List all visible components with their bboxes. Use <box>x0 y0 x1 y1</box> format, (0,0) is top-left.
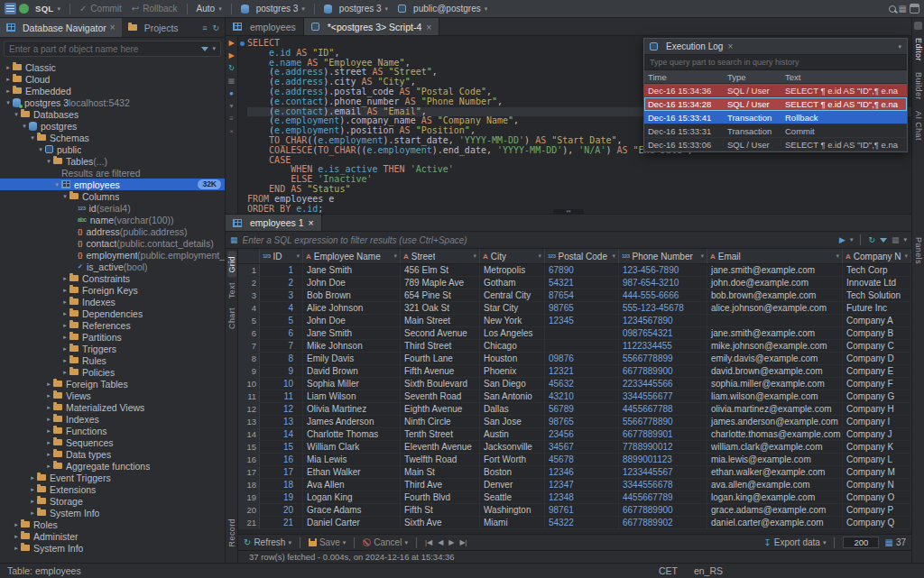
tree-item[interactable]: ▸Aggregate functions <box>0 460 225 472</box>
log-row[interactable]: Dec-16 15:33:31TransactionCommit <box>644 124 907 138</box>
grid-cell[interactable]: Main Street <box>401 315 480 326</box>
grid-cell[interactable]: 5566778899 <box>619 353 707 364</box>
sql-filter-input[interactable] <box>243 235 835 245</box>
tree-item[interactable]: {}contact (public.contact_details) <box>0 237 225 249</box>
grid-cell[interactable]: 2233445566 <box>619 378 707 390</box>
side-tab-builder[interactable]: Builder <box>914 67 923 106</box>
grid-corner[interactable] <box>238 249 260 263</box>
table-row[interactable]: 99David BrownFifth AvenuePhoenix12321667… <box>238 365 911 378</box>
filter-funnel-icon[interactable] <box>201 47 208 51</box>
more-actions-icon[interactable]: ≡ <box>229 115 234 123</box>
table-row[interactable]: 22John Doe789 Maple AveGotham54321987-65… <box>238 277 911 289</box>
tree-expander-icon[interactable]: ▸ <box>60 345 69 353</box>
row-number[interactable]: 16 <box>238 454 260 465</box>
grid-cell[interactable]: San Jose <box>480 416 545 427</box>
collapse-all-icon[interactable]: ≡ <box>202 23 207 32</box>
grid-cell[interactable]: daniel.carter@example.com <box>707 517 843 528</box>
grid-cell[interactable]: 12321 <box>545 365 619 377</box>
connection-selector[interactable]: postgres 3 ▾ <box>237 2 309 16</box>
grid-cell[interactable]: 1122334455 <box>619 340 707 352</box>
grid-cell[interactable]: 0987654321 <box>619 327 707 339</box>
column-header-postal-code[interactable]: 123Postal Code▾ <box>545 249 619 263</box>
timezone-indicator[interactable]: CET <box>659 565 678 576</box>
filter-presets-icon[interactable]: ▦ <box>230 235 238 244</box>
grid-cell[interactable]: Tech Solution <box>843 289 911 301</box>
cancel-button[interactable]: Cancel ▾ <box>363 537 408 547</box>
column-header-city[interactable]: ACity▾ <box>480 249 545 263</box>
tree-item[interactable]: ▸Indexes <box>0 413 225 425</box>
grid-cell[interactable]: 18 <box>260 479 303 491</box>
tree-item[interactable]: ✓is_active (bool) <box>0 261 225 272</box>
grid-cell[interactable]: 7788990012 <box>619 441 707 453</box>
grid-cell[interactable]: Seventh Road <box>401 390 480 402</box>
tree-item[interactable]: abcname (varchar(100)) <box>0 214 225 225</box>
log-column-header[interactable]: Type <box>724 72 781 82</box>
grid-cell[interactable]: 3 <box>260 289 303 301</box>
grid-cell[interactable]: William Clark <box>303 441 401 453</box>
refresh-icon[interactable]: ↻ <box>228 64 235 72</box>
grid-cell[interactable]: 45678 <box>545 454 619 465</box>
grid-cell[interactable]: 3344556678 <box>619 479 707 491</box>
grid-cell[interactable]: 98761 <box>545 504 619 516</box>
tree-item[interactable]: ▸Functions <box>0 425 225 436</box>
grid-cell[interactable]: Sixth Ave <box>401 517 480 528</box>
row-number[interactable]: 17 <box>238 466 260 478</box>
table-row[interactable]: 1212Olivia MartinezEighth AvenueDallas56… <box>238 403 911 416</box>
chevron-down-icon[interactable]: ▾ <box>229 102 233 110</box>
tree-expander-icon[interactable]: ▸ <box>28 498 37 505</box>
tree-expander-icon[interactable]: ▾ <box>60 193 69 200</box>
grid-cell[interactable]: Mike Johnson <box>303 340 401 352</box>
column-header-employee-name[interactable]: AEmployee Name▾ <box>303 249 401 263</box>
grid-cell[interactable]: 98765 <box>545 416 619 427</box>
grid-cell[interactable]: 67890 <box>545 264 619 276</box>
grid-cell[interactable]: Alice Johnson <box>303 302 401 314</box>
grid-cell[interactable]: 4455667788 <box>619 403 707 415</box>
grid-cell[interactable]: Ethan Walker <box>303 466 401 478</box>
tree-expander-icon[interactable]: ▸ <box>12 545 21 552</box>
tree-expander-icon[interactable]: ▾ <box>44 158 53 165</box>
column-menu-caret-icon[interactable]: ▾ <box>700 252 704 260</box>
tree-expander-icon[interactable]: ▾ <box>12 111 21 118</box>
grid-cell[interactable]: Mia Lewis <box>303 454 401 465</box>
column-header-email[interactable]: AEmail▾ <box>707 249 843 263</box>
grid-cell[interactable]: Third Ave <box>401 479 480 491</box>
grid-cell[interactable] <box>545 340 619 352</box>
column-header-id[interactable]: 123ID▾ <box>260 249 303 263</box>
first-row-icon[interactable]: |◀ <box>425 538 432 546</box>
grid-cell[interactable]: San Diego <box>480 378 545 390</box>
grid-cell[interactable]: Company N <box>843 479 911 491</box>
tree-item[interactable]: ▾public <box>0 143 225 155</box>
grid-cell[interactable]: Gotham <box>480 277 545 289</box>
panel-handle-icon[interactable] <box>914 22 922 30</box>
grid-cell[interactable]: Main St <box>401 466 480 478</box>
grid-cell[interactable]: 10 <box>260 378 303 390</box>
grid-cell[interactable]: 14 <box>260 428 303 440</box>
side-tab-panels[interactable]: Panels <box>914 232 923 270</box>
tab-script-4[interactable]: *<postgres 3> Script-4 × <box>304 18 440 35</box>
grid-cell[interactable]: 654 Pine St <box>401 289 480 301</box>
table-row[interactable]: 33Bob Brown654 Pine StCentral City876544… <box>238 289 911 302</box>
grid-cell[interactable]: Company J <box>843 428 911 440</box>
table-row[interactable]: 1111Liam WilsonSeventh RoadSan Antonio43… <box>238 390 911 403</box>
row-number[interactable]: 5 <box>238 315 260 326</box>
row-number[interactable]: 18 <box>238 479 260 491</box>
grid-cell[interactable]: bob.brown@example.com <box>707 289 843 301</box>
grid-cell[interactable]: 555-123-45678 <box>619 302 707 314</box>
tree-item[interactable]: ▾postgres 3 localhost:5432 <box>0 96 225 108</box>
execute-statement-icon[interactable]: ▶ <box>228 39 234 47</box>
grid-cell[interactable]: Company Q <box>843 517 911 528</box>
tree-expander-icon[interactable]: ▸ <box>44 404 53 411</box>
tree-item[interactable]: ▸Dependencies <box>0 307 225 319</box>
tree-item[interactable]: ▾Columns <box>0 190 225 202</box>
grid-cell[interactable]: 789 Maple Ave <box>401 277 480 289</box>
grid-cell[interactable]: 56789 <box>545 403 619 415</box>
grid-cell[interactable]: 6677889900 <box>619 504 707 516</box>
tree-expander-icon[interactable]: ▾ <box>52 181 61 188</box>
tree-item[interactable]: ▸Roles <box>0 518 225 530</box>
grid-cell[interactable]: 09876 <box>545 353 619 364</box>
calendar-icon[interactable] <box>910 4 919 14</box>
grid-cell[interactable]: Company G <box>843 390 911 402</box>
grid-cell[interactable]: Grace Adams <box>303 504 401 516</box>
tree-expander-icon[interactable]: ▸ <box>60 275 69 282</box>
table-row[interactable]: 66Jane SmithSecond AvenueLos Angeles0987… <box>238 327 911 340</box>
